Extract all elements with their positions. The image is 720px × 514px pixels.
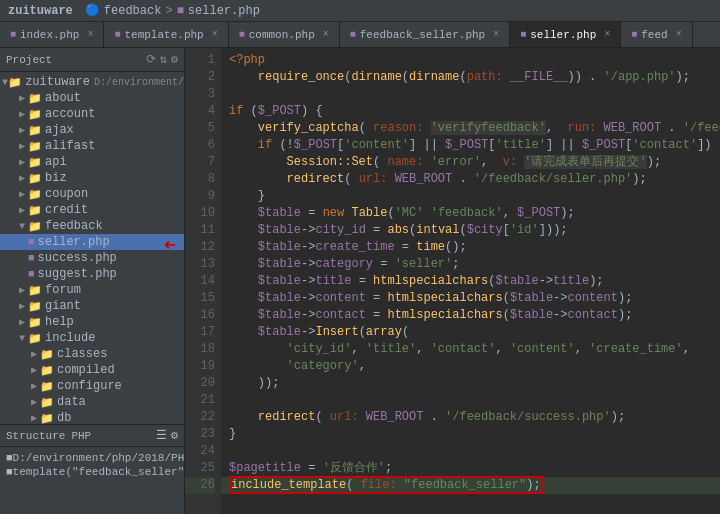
folder-icon: 📁 (28, 332, 42, 345)
tree-arrow: ▼ (16, 333, 28, 344)
php-file-icon: ■ (239, 29, 245, 40)
tab-feed[interactable]: ■ feed × (621, 22, 692, 47)
tree-item-label: giant (45, 299, 81, 313)
tree-item-label: seller.php (38, 235, 110, 249)
tree-coupon[interactable]: ▶ 📁 coupon (0, 186, 184, 202)
tab-label: index.php (20, 29, 79, 41)
project-panel-title: Project (6, 54, 142, 66)
lang-badge: PHP (71, 430, 91, 442)
structure-item-label: D:/environment/php/2018/PH (13, 452, 185, 464)
tree-alifast[interactable]: ▶ 📁 alifast (0, 138, 184, 154)
tree-arrow: ▶ (16, 124, 28, 136)
folder-icon: 📁 (40, 364, 54, 377)
tree-seller-php[interactable]: ■ seller.php (0, 234, 184, 250)
tree-item-label: success.php (38, 251, 117, 265)
top-bar: zuituware 🔵 feedback > ■ seller.php (0, 0, 720, 22)
php-file-icon: ■ (28, 236, 35, 248)
tree-arrow: ▶ (16, 300, 28, 312)
tree-giant[interactable]: ▶ 📁 giant (0, 298, 184, 314)
code-editor[interactable]: <?php require_once(dirname(dirname(path:… (221, 48, 720, 514)
php-file-icon: ■ (520, 29, 526, 40)
tab-bar: ■ index.php × ■ template.php × ■ common.… (0, 22, 720, 48)
tree-item-label: include (45, 331, 95, 345)
tab-seller-php[interactable]: ■ seller.php × (510, 22, 621, 47)
tab-label: template.php (124, 29, 203, 41)
tree-item-label: account (45, 107, 95, 121)
tab-common-php[interactable]: ■ common.php × (229, 22, 340, 47)
tree-ajax[interactable]: ▶ 📁 ajax (0, 122, 184, 138)
tree-item-label: data (57, 395, 86, 409)
tab-label: common.php (249, 29, 315, 41)
php-file-icon: ■ (631, 29, 637, 40)
tree-arrow: ▶ (28, 364, 40, 376)
structure-item-template[interactable]: ■ template("feedback_seller") (6, 465, 178, 479)
root-path: D:/environment/ (94, 77, 184, 88)
tab-label: feedback_seller.php (360, 29, 485, 41)
tab-template-php[interactable]: ■ template.php × (104, 22, 228, 47)
left-panel: Project ⟳ ⇅ ⚙ ▼ 📁 zuituware D:/environme… (0, 48, 185, 514)
tree-item-label: biz (45, 171, 67, 185)
tree-arrow: ▶ (16, 204, 28, 216)
tab-feedback-seller-php[interactable]: ■ feedback_seller.php × (340, 22, 510, 47)
tree-item-label: zuituware (25, 75, 90, 89)
tree-biz[interactable]: ▶ 📁 biz (0, 170, 184, 186)
tree-arrow: ▼ (16, 221, 28, 232)
structure-content: ■ D:/environment/php/2018/PH ■ template(… (0, 447, 184, 483)
structure-item-path: ■ D:/environment/php/2018/PH (6, 451, 178, 465)
code-content[interactable]: 12345 678910 1112131415 1617181920 21222… (185, 48, 720, 514)
tree-db[interactable]: ▶ 📁 db (0, 410, 184, 424)
tree-item-label: alifast (45, 139, 95, 153)
tree-feedback[interactable]: ▼ 📁 feedback (0, 218, 184, 234)
folder-icon: 📁 (28, 284, 42, 297)
folder-icon: 📁 (28, 220, 42, 233)
php-file-icon: ■ (28, 252, 35, 264)
sort-icon[interactable]: ⇅ (160, 52, 167, 67)
tree-arrow: ▶ (28, 380, 40, 392)
tree-include[interactable]: ▼ 📁 include (0, 330, 184, 346)
tree-classes[interactable]: ▶ 📁 classes (0, 346, 184, 362)
tree-item-label: help (45, 315, 74, 329)
tab-index-php[interactable]: ■ index.php × (0, 22, 104, 47)
folder-icon: 📁 (28, 188, 42, 201)
folder-icon: 📁 (28, 108, 42, 121)
tree-configure[interactable]: ▶ 📁 configure (0, 378, 184, 394)
tree-compiled[interactable]: ▶ 📁 compiled (0, 362, 184, 378)
structure-item-icon: ■ (6, 466, 13, 478)
tree-data[interactable]: ▶ 📁 data (0, 394, 184, 410)
line-numbers: 12345 678910 1112131415 1617181920 21222… (185, 48, 221, 514)
settings-icon[interactable]: ⚙ (171, 428, 178, 443)
code-area: 12345 678910 1112131415 1617181920 21222… (185, 48, 720, 514)
project-toolbar: ⟳ ⇅ ⚙ (146, 52, 178, 67)
tree-forum[interactable]: ▶ 📁 forum (0, 282, 184, 298)
tree-root[interactable]: ▼ 📁 zuituware D:/environment/ (0, 74, 184, 90)
folder-icon: 📁 (28, 124, 42, 137)
tab-label: feed (641, 29, 667, 41)
folder-icon: 📁 (28, 156, 42, 169)
tree-about[interactable]: ▶ 📁 about (0, 90, 184, 106)
tree-arrow: ▶ (16, 156, 28, 168)
folder-icon: 📁 (28, 300, 42, 313)
tree-suggest-php[interactable]: ■ suggest.php (0, 266, 184, 282)
folder-icon: 📁 (28, 316, 42, 329)
tree-help[interactable]: ▶ 📁 help (0, 314, 184, 330)
tree-arrow: ▶ (28, 348, 40, 360)
sort-icon[interactable]: ☰ (156, 428, 167, 443)
tree-success-php[interactable]: ■ success.php (0, 250, 184, 266)
php-file-icon: ■ (28, 268, 35, 280)
tree-credit[interactable]: ▶ 📁 credit (0, 202, 184, 218)
tree-account[interactable]: ▶ 📁 account (0, 106, 184, 122)
tree-arrow: ▶ (16, 316, 28, 328)
breadcrumb-icon2: ■ (177, 4, 184, 18)
gear-icon[interactable]: ⚙ (171, 52, 178, 67)
tree-arrow: ▶ (16, 284, 28, 296)
php-file-icon: ■ (114, 29, 120, 40)
tree-item-label: forum (45, 283, 81, 297)
tree-api[interactable]: ▶ 📁 api (0, 154, 184, 170)
refresh-icon[interactable]: ⟳ (146, 52, 156, 67)
tree-arrow: ▶ (16, 188, 28, 200)
structure-item-icon: ■ (6, 452, 13, 464)
folder-icon: 📁 (28, 140, 42, 153)
structure-panel: Structure PHP ☰ ⚙ ■ D:/environment/php/2… (0, 424, 184, 514)
project-header: Project ⟳ ⇅ ⚙ (0, 48, 184, 72)
tree-item-label: suggest.php (38, 267, 117, 281)
